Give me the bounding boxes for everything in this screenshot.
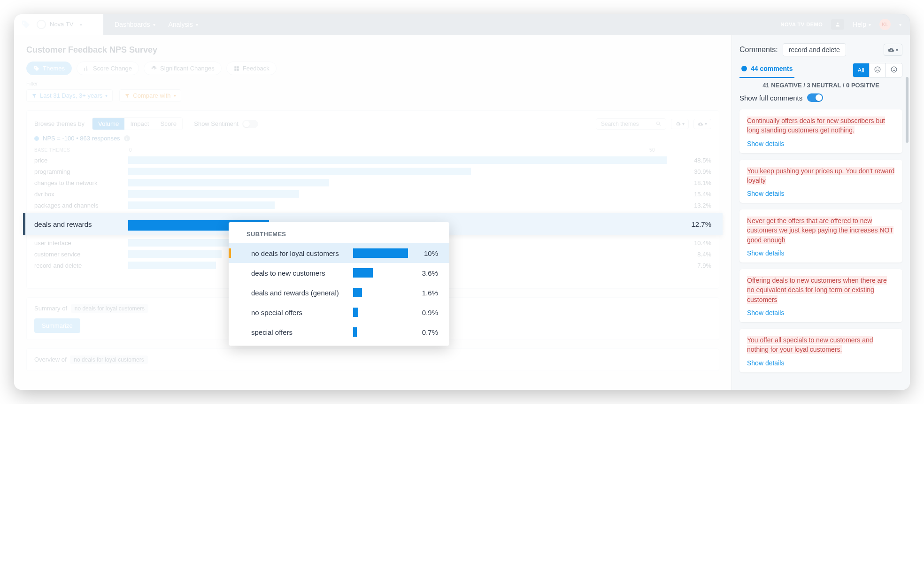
themes-panel: Browse themes by VolumeImpactScore Show … (26, 110, 719, 289)
comments-count-tab[interactable]: 44 comments (739, 62, 794, 78)
notifications-button[interactable] (831, 19, 844, 30)
settings-button[interactable] (671, 119, 689, 129)
tab-score-change[interactable]: Score Change (77, 62, 139, 75)
mode-impact[interactable]: Impact (124, 118, 154, 130)
org-ring-icon (37, 20, 46, 29)
tab-feedback[interactable]: Feedback (226, 62, 277, 75)
svg-point-3 (877, 69, 877, 69)
filter-compare[interactable]: Compare with (119, 89, 181, 102)
theme-pct: 15.4% (683, 191, 711, 198)
theme-row[interactable]: programming30.9% (34, 166, 711, 177)
theme-row[interactable]: changes to the network18.1% (34, 177, 711, 188)
subtheme-pct: 0.7% (413, 328, 441, 336)
gear-icon (675, 121, 681, 127)
theme-pct: 48.5% (683, 157, 711, 164)
show-sentiment-toggle[interactable] (242, 120, 258, 128)
subthemes-title: SUBTHEMES (229, 222, 449, 243)
mode-score[interactable]: Score (154, 118, 182, 130)
info-icon[interactable]: i (124, 135, 130, 141)
summary-chip: no deals for loyal customers (71, 304, 148, 313)
show-details-link[interactable]: Show details (747, 140, 895, 147)
theme-name: programming (34, 168, 128, 175)
show-details-link[interactable]: Show details (747, 359, 895, 367)
download-comments-button[interactable] (884, 44, 902, 56)
show-sentiment-label: Show Sentiment (194, 120, 239, 127)
filter-date[interactable]: Last 31 Days, 3+ years (26, 89, 113, 102)
chevron-down-icon (896, 47, 898, 53)
frown-icon (874, 66, 881, 73)
theme-row[interactable]: dvr box15.4% (34, 188, 711, 200)
comments-topic-chip[interactable]: record and delete (783, 43, 846, 56)
page-title: Customer Feedback NPS Survey (26, 45, 719, 55)
topbar: Nova TV Dashboards Analysis NOVA TV DEMO… (14, 14, 910, 35)
mode-segmented: VolumeImpactScore (92, 117, 183, 130)
show-full-label: Show full comments (739, 94, 802, 102)
mode-volume[interactable]: Volume (92, 118, 124, 130)
subtheme-name: no deals for loyal customers (236, 249, 348, 257)
brand-name: Nova TV (50, 21, 73, 28)
comment-card: Offering deals to new customers when the… (739, 269, 902, 322)
user-icon (835, 22, 840, 27)
subtheme-row[interactable]: special offers0.7% (229, 322, 449, 342)
theme-name: changes to the network (34, 179, 128, 186)
summarize-button[interactable]: Summarize (34, 318, 80, 333)
theme-pct: 12.7% (683, 220, 711, 228)
nps-summary: NPS = -100 • 863 responses i (34, 135, 711, 142)
scrollbar-thumb[interactable] (906, 77, 909, 143)
subtheme-name: deals to new customers (236, 269, 348, 277)
theme-pct: 10.4% (683, 240, 711, 247)
show-details-link[interactable]: Show details (747, 309, 895, 317)
search-themes-input[interactable]: Search themes (596, 118, 666, 130)
theme-pct: 13.2% (683, 202, 711, 209)
grid-icon (233, 65, 240, 72)
theme-name: user interface (34, 240, 128, 247)
chevron-down-icon[interactable] (899, 22, 901, 27)
comment-card: You keep pushing your prices up. You don… (739, 160, 902, 203)
demo-label: NOVA TV DEMO (780, 22, 823, 27)
subtheme-pct: 10% (413, 249, 441, 257)
download-button[interactable] (693, 119, 711, 129)
comment-text: You offer all specials to new customers … (747, 335, 895, 355)
show-details-link[interactable]: Show details (747, 249, 895, 257)
svg-point-6 (893, 69, 893, 69)
chevron-down-icon (153, 22, 155, 27)
tab-significant-changes[interactable]: Significant Changes (144, 62, 222, 75)
subtheme-row[interactable]: no deals for loyal customers10% (229, 243, 449, 263)
filter-all-button[interactable]: All (853, 63, 869, 77)
dot-icon (741, 66, 747, 71)
theme-pct: 18.1% (683, 179, 711, 186)
avatar[interactable]: KL (879, 19, 891, 30)
theme-name: record and delete (34, 262, 128, 269)
nav-analysis[interactable]: Analysis (169, 21, 198, 28)
chevron-down-icon (105, 93, 108, 98)
filter-label: Filter (26, 81, 719, 86)
comment-text: Never get the offers that are offered to… (747, 216, 895, 245)
chart-icon (84, 65, 90, 72)
browse-label: Browse themes by (34, 120, 85, 127)
smile-icon (891, 66, 897, 73)
svg-point-2 (875, 67, 880, 72)
filter-negative-button[interactable] (869, 63, 886, 77)
theme-row[interactable]: packages and channels13.2% (34, 200, 711, 211)
theme-name: price (34, 157, 128, 164)
tab-themes[interactable]: Themes (26, 62, 72, 75)
filter-positive-button[interactable] (886, 63, 902, 77)
subtheme-row[interactable]: deals and rewards (general)1.6% (229, 283, 449, 302)
brand-switcher[interactable]: Nova TV (14, 14, 103, 35)
overview-card: Overview of no deals for loyal customers (26, 348, 719, 371)
svg-point-4 (878, 69, 878, 69)
cloud-download-icon (698, 121, 703, 127)
chevron-down-icon (869, 22, 871, 27)
nav-dashboards[interactable]: Dashboards (115, 21, 155, 28)
chevron-down-icon (682, 121, 685, 126)
theme-pct: 8.4% (683, 251, 711, 258)
show-details-link[interactable]: Show details (747, 190, 895, 197)
help-link[interactable]: Help (853, 21, 871, 28)
theme-row[interactable]: price48.5% (34, 155, 711, 166)
show-full-toggle[interactable] (807, 93, 823, 102)
subtheme-row[interactable]: deals to new customers3.6% (229, 263, 449, 283)
svg-point-1 (656, 122, 659, 124)
svg-point-7 (894, 69, 895, 69)
subtheme-row[interactable]: no special offers0.9% (229, 302, 449, 322)
theme-name: dvr box (34, 191, 128, 198)
